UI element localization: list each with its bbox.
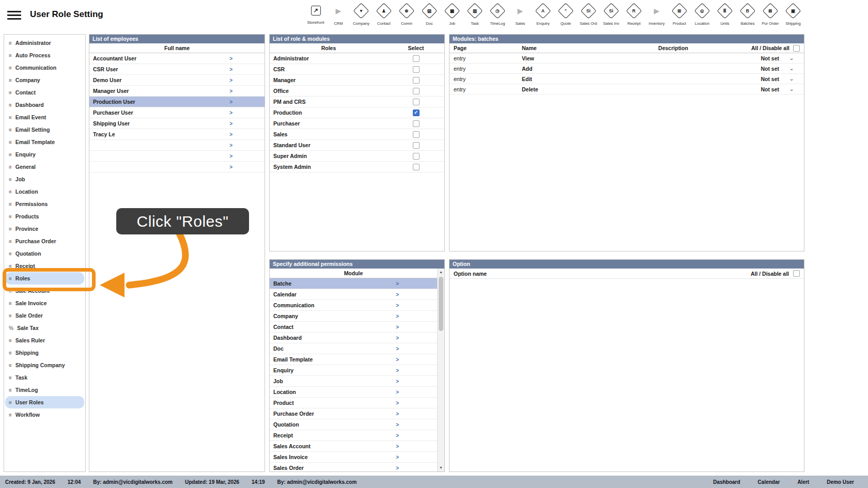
- module-permission-value[interactable]: Not set: [761, 86, 779, 92]
- role-checkbox[interactable]: [413, 142, 420, 149]
- permission-module-row[interactable]: Sales Account>: [270, 441, 437, 452]
- toolbar-item-timelog[interactable]: ◷TimeLog: [486, 1, 509, 26]
- role-checkbox[interactable]: [413, 77, 420, 84]
- toolbar-item-inventory[interactable]: ▶Inventory: [645, 1, 668, 26]
- toolbar-item-shipping[interactable]: ▣Shipping: [782, 1, 804, 26]
- role-checkbox[interactable]: [413, 164, 420, 170]
- toolbar-item-job[interactable]: ▦Job: [441, 1, 463, 26]
- toolbar-item-units[interactable]: ⅢUnits: [714, 1, 736, 26]
- statusbar-link-dashboard[interactable]: Dashboard: [704, 479, 749, 485]
- role-row[interactable]: Office: [270, 86, 444, 97]
- chevron-down-icon[interactable]: ⌄: [779, 65, 804, 72]
- role-row[interactable]: Purchaser: [270, 118, 444, 129]
- sidebar-item-province[interactable]: ≡Province: [5, 223, 84, 235]
- scroll-thumb[interactable]: [439, 277, 443, 331]
- employee-row[interactable]: >: [89, 140, 265, 151]
- permission-module-row[interactable]: Sales Order>: [270, 463, 437, 472]
- sidebar-item-enquiry[interactable]: ≡Enquiry: [5, 148, 84, 161]
- module-permission-value[interactable]: Not set: [761, 76, 779, 82]
- statusbar-link-alert[interactable]: Alert: [788, 479, 818, 485]
- permission-module-row[interactable]: Purchase Order>: [270, 408, 437, 419]
- toolbar-item-crm[interactable]: ▶CRM: [327, 1, 350, 26]
- sidebar-item-location[interactable]: ≡Location: [5, 185, 84, 198]
- toolbar-item-enquiry[interactable]: AEnquiry: [532, 1, 554, 26]
- sidebar-item-shipping-company[interactable]: ≡Shipping Company: [5, 359, 84, 371]
- sidebar-item-products[interactable]: ≡Products: [5, 210, 84, 223]
- sidebar-item-email-template[interactable]: ≡Email Template: [5, 136, 84, 148]
- sidebar-item-sale-invoice[interactable]: ≡Sale Invoice: [5, 297, 84, 309]
- role-row[interactable]: System Admin: [270, 162, 444, 172]
- scroll-down-icon[interactable]: ▼: [438, 464, 444, 471]
- toolbar-item-sales[interactable]: ▶Sales: [509, 1, 532, 26]
- role-row[interactable]: Standard User: [270, 140, 444, 151]
- employee-row[interactable]: >: [89, 151, 265, 162]
- sidebar-item-email-event[interactable]: ≡Email Event: [5, 111, 84, 123]
- permission-module-row[interactable]: Product>: [270, 398, 437, 408]
- sidebar-item-contact[interactable]: ≡Contact: [5, 86, 84, 99]
- role-row[interactable]: Manager: [270, 75, 444, 86]
- sidebar-item-sales-ruler[interactable]: ≡Sales Ruler: [5, 334, 84, 347]
- role-checkbox[interactable]: [413, 99, 420, 105]
- module-permission-value[interactable]: Not set: [761, 55, 779, 61]
- employee-row[interactable]: Purchaser User>: [89, 107, 265, 118]
- employee-row[interactable]: Tracy Le>: [89, 129, 265, 140]
- role-checkbox[interactable]: [413, 55, 420, 62]
- employee-row[interactable]: CSR User>: [89, 64, 265, 75]
- sidebar-item-quotation[interactable]: ≡Quotation: [5, 247, 84, 260]
- toolbar-item-location[interactable]: ◎Location: [691, 1, 714, 26]
- sidebar-item-job[interactable]: ≡Job: [5, 173, 84, 185]
- sidebar-item-sale-tax[interactable]: %Sale Tax: [5, 322, 84, 334]
- sidebar-item-roles[interactable]: ≡Roles: [5, 272, 84, 285]
- sidebar-item-administrator[interactable]: ≡Administrator: [5, 37, 84, 49]
- sidebar-item-general[interactable]: ≡General: [5, 161, 84, 173]
- sidebar-item-purchase-order[interactable]: ≡Purchase Order: [5, 235, 84, 247]
- permission-module-row[interactable]: Email Template>: [270, 354, 437, 365]
- role-checkbox[interactable]: [413, 88, 420, 95]
- toolbar-item-receipt[interactable]: RReceipt: [623, 1, 645, 26]
- module-permission-value[interactable]: Not set: [761, 66, 779, 72]
- permission-module-row[interactable]: Company>: [270, 311, 437, 322]
- toolbar-item-sales-ord[interactable]: SiSales Ord: [577, 1, 600, 26]
- permission-module-row[interactable]: Job>: [270, 376, 437, 387]
- permission-module-row[interactable]: Contact>: [270, 322, 437, 333]
- sidebar-item-workflow[interactable]: ≡Workflow: [5, 408, 84, 421]
- sidebar-item-task[interactable]: ≡Task: [5, 371, 84, 384]
- toolbar-item-storefront[interactable]: ↗Storefront: [304, 1, 327, 26]
- role-row[interactable]: PM and CRS: [270, 97, 444, 107]
- employee-row[interactable]: Shipping User>: [89, 118, 265, 129]
- sidebar-item-permissions[interactable]: ≡Permissions: [5, 198, 84, 210]
- toolbar-item-batches[interactable]: BBatches: [736, 1, 759, 26]
- chevron-down-icon[interactable]: ⌄: [779, 86, 804, 92]
- employee-row[interactable]: Manager User>: [89, 86, 265, 97]
- sidebar-item-email-setting[interactable]: ≡Email Setting: [5, 123, 84, 136]
- role-row[interactable]: Production: [270, 107, 444, 118]
- permission-module-row[interactable]: Sales Invoice>: [270, 452, 437, 463]
- toolbar-item-doc[interactable]: ▤Doc: [418, 1, 441, 26]
- permission-module-row[interactable]: Communication>: [270, 300, 437, 311]
- permission-module-row[interactable]: Location>: [270, 387, 437, 398]
- statusbar-link-demo-user[interactable]: Demo User: [818, 479, 863, 485]
- sidebar-item-timelog[interactable]: ≡TimeLog: [5, 384, 84, 396]
- toolbar-item-quote[interactable]: “Quote: [554, 1, 577, 26]
- sidebar-item-receipt[interactable]: ≡Receipt: [5, 260, 84, 272]
- role-checkbox[interactable]: [413, 120, 420, 127]
- chevron-down-icon[interactable]: ⌄: [779, 55, 804, 61]
- toolbar-item-sales-inv[interactable]: SiSales Inv: [600, 1, 623, 26]
- chevron-down-icon[interactable]: ⌄: [779, 75, 804, 82]
- permission-module-row[interactable]: Enquiry>: [270, 365, 437, 376]
- permission-module-row[interactable]: Dashboard>: [270, 333, 437, 343]
- scrollbar[interactable]: ▲ ▼: [437, 269, 444, 471]
- sidebar-item-company[interactable]: ≡Company: [5, 74, 84, 86]
- role-row[interactable]: CSR: [270, 64, 444, 75]
- menu-icon[interactable]: [7, 9, 21, 22]
- permission-module-row[interactable]: Receipt>: [270, 430, 437, 441]
- role-checkbox[interactable]: [413, 109, 420, 116]
- permission-module-row[interactable]: Batche>: [270, 278, 437, 289]
- employee-row[interactable]: Demo User>: [89, 75, 265, 86]
- role-checkbox[interactable]: [413, 66, 420, 73]
- sidebar-item-dashboard[interactable]: ≡Dashboard: [5, 99, 84, 111]
- role-row[interactable]: Sales: [270, 129, 444, 140]
- toolbar-item-pur-order[interactable]: ⊠Pur Order: [759, 1, 782, 26]
- sidebar-item-user-roles[interactable]: ≡User Roles: [5, 396, 84, 408]
- toolbar-item-task[interactable]: ▥Task: [463, 1, 486, 26]
